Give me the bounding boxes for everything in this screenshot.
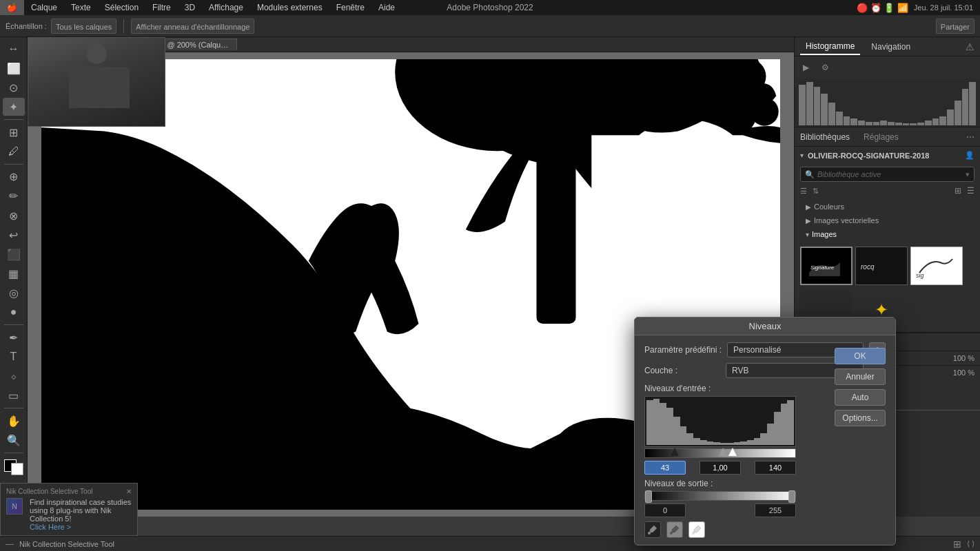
pen-tool[interactable]: ✒ [3,329,25,346]
nik-icon: N [6,498,23,514]
output-max-input[interactable]: 255 [755,503,796,517]
opacity-value[interactable]: 100 % [953,354,974,362]
couleurs-label: Couleurs [814,202,844,211]
image-thumb-3[interactable]: sig [910,247,963,285]
mid-level-input[interactable]: 1,00 [700,461,741,475]
category-images[interactable]: ▾ Images [795,227,980,241]
niveaux-sortie-section: Niveaux de sortie : 0 255 [644,479,886,517]
library-filters: ☰ ⇅ ⊞ ☰ [795,185,980,197]
nik-message: Find inspirational case studies using 8 … [30,498,132,531]
library-share-btn[interactable]: 👤 [965,151,974,160]
shape-tool[interactable]: ▭ [3,386,25,404]
nik-close-btn[interactable]: ✕ [126,488,132,495]
histogram-settings-btn[interactable]: ⚙ [817,59,833,76]
blur-tool[interactable]: ◎ [3,284,25,302]
eyedropper-tool-btn[interactable]: 🖊 [3,143,25,160]
tool-separator-5 [4,453,23,453]
brush-tool[interactable]: ✏ [3,187,25,205]
toolbar-separator [123,19,124,33]
nik-link[interactable]: Click Here > [30,523,71,531]
output-slider-handle-left[interactable] [645,490,652,503]
lasso-tool[interactable]: ⊙ [3,79,25,96]
selection-rect-tool[interactable]: ⬜ [3,59,25,77]
bibliotheques-tab[interactable]: Bibliothèques [800,132,850,142]
auto-button[interactable]: Auto [835,389,886,406]
black-input-handle[interactable] [671,448,679,456]
history-brush-tool[interactable]: ↩ [3,226,25,244]
search-dropdown-icon[interactable]: ▾ [966,170,970,179]
library-categories: ▶ Couleurs ▶ Images vectorielles ▾ Image… [795,197,980,244]
images-grid: Signature rocq sig [795,244,980,288]
tab-navigation[interactable]: Navigation [866,39,916,54]
output-slider-track[interactable] [644,491,796,501]
sort-icon[interactable]: ⇅ [813,187,819,196]
datetime: Jeu. 28 juil. 15:01 [914,3,973,12]
ok-button[interactable]: OK [835,348,886,364]
dialog-title-bar: Niveaux [635,318,895,335]
path-selection-tool[interactable]: ⬦ [3,367,25,385]
reglages-tab[interactable]: Réglages [864,132,899,142]
dodge-tool[interactable]: ● [3,303,25,321]
status-icon[interactable]: — [6,539,14,549]
category-couleurs[interactable]: ▶ Couleurs [795,200,980,214]
black-eyedropper-btn[interactable] [644,521,661,538]
text-tool[interactable]: T [3,348,25,366]
list-view-icon[interactable]: ☰ [967,186,974,196]
menu-3d[interactable]: 3D [178,0,202,15]
library-name-row: ▾ OLIVIER-ROCQ-SIGNATURE-2018 👤 [795,147,980,164]
output-min-input[interactable]: 0 [644,503,686,517]
grid-view-icon[interactable]: ⊞ [955,186,961,196]
clone-tool[interactable]: ⊗ [3,207,25,225]
libraries-menu-btn[interactable]: ⋯ [966,132,974,142]
gray-eyedropper-btn[interactable] [666,521,683,538]
histogram-menu-icon[interactable]: ⚠ [966,41,974,52]
annuler-button[interactable]: Annuler [835,368,886,385]
menu-fenetre[interactable]: Fenêtre [329,0,371,15]
menu-selection[interactable]: Sélection [98,0,145,15]
svg-text:rocq: rocq [861,263,875,271]
library-search[interactable]: 🔍 Bibliothèque active ▾ [800,167,974,182]
collapse-arrow[interactable]: ▾ [800,152,804,159]
images-arrow: ▾ [806,231,809,238]
menu-filtre[interactable]: Filtre [145,0,178,15]
image-thumb-2[interactable]: rocq [855,247,908,285]
toolbar: Échantillon : Tous les calques Afficher … [0,15,980,37]
crop-tool[interactable]: ⊞ [3,123,25,141]
layer-icon[interactable]: ⊞ [953,539,961,550]
output-slider-handle-right[interactable] [788,490,795,503]
apple-menu[interactable]: 🍎 [0,0,24,15]
dialog-title: Niveaux [749,321,782,331]
image-thumb-1[interactable]: Signature [800,247,853,285]
fond-value[interactable]: 100 % [953,368,974,377]
hand-tool[interactable]: ✋ [3,412,25,430]
filter-icon[interactable]: ☰ [800,187,807,196]
histogram-play-btn[interactable]: ▶ [797,59,814,76]
couche-label: Couche : [644,366,720,375]
gray-input-handle[interactable] [719,448,727,456]
echantillon-select[interactable]: Tous les calques [51,19,116,34]
eraser-tool[interactable]: ⬛ [3,245,25,263]
magic-wand-tool[interactable]: ✦ [3,98,25,116]
menu-modules[interactable]: Modules externes [250,0,329,15]
status-nav-btns[interactable]: ⟨ ⟩ [967,539,974,548]
options-button[interactable]: Options... [835,410,886,426]
black-level-input[interactable]: 43 [644,461,686,475]
menu-affichage[interactable]: Affichage [202,0,250,15]
zoom-tool[interactable]: 🔍 [3,431,25,449]
menu-aide[interactable]: Aide [371,0,402,15]
menu-texte[interactable]: Texte [64,0,98,15]
afficher-anneau-btn[interactable]: Afficher anneau d'échantillonnage [131,19,254,34]
healing-tool[interactable]: ⊕ [3,168,25,186]
category-images-vectorielles[interactable]: ▶ Images vectorielles [795,214,980,227]
status-plugin[interactable]: Nik Collection Selective Tool [19,540,114,548]
white-input-handle[interactable] [728,448,737,456]
panel-collapse-btn[interactable]: ◀ [794,263,795,291]
tab-histogramme[interactable]: Histogramme [800,39,860,55]
white-eyedropper-btn[interactable] [688,521,705,538]
move-tool[interactable]: ↔ [3,40,25,58]
gradient-tool[interactable]: ▦ [3,264,25,282]
menu-calque[interactable]: Calque [24,0,64,15]
share-btn[interactable]: Partager [936,19,974,34]
input-slider-track[interactable] [644,448,796,458]
white-level-input[interactable]: 140 [755,461,796,475]
